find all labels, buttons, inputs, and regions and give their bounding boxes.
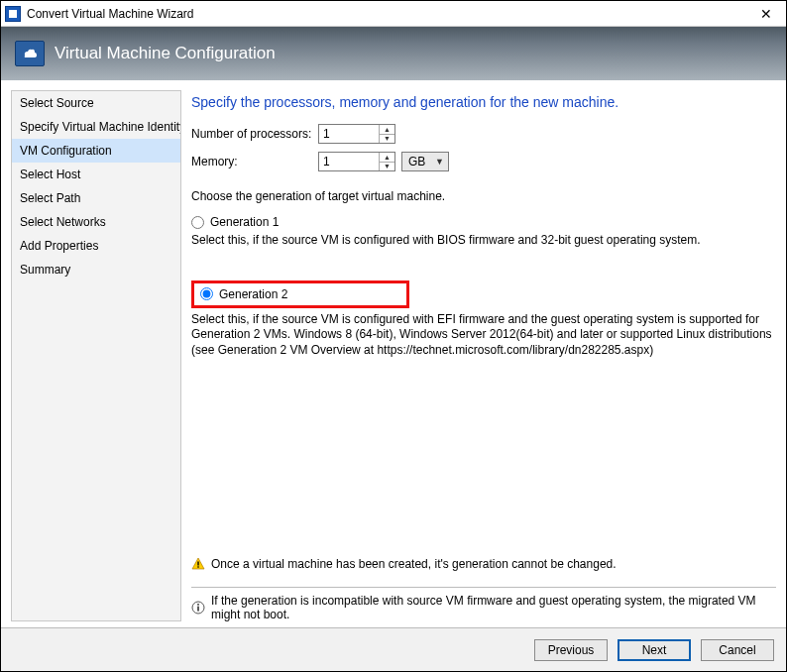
generation-intro: Choose the generation of target virtual … bbox=[191, 189, 776, 203]
generation1-description: Select this, if the source VM is configu… bbox=[191, 233, 776, 249]
sidebar-item-select-host[interactable]: Select Host bbox=[12, 163, 180, 186]
close-icon[interactable]: ✕ bbox=[750, 7, 782, 21]
spinner-down-icon[interactable]: ▼ bbox=[380, 135, 394, 144]
sidebar-item-select-source[interactable]: Select Source bbox=[12, 91, 180, 115]
generation2-radio[interactable] bbox=[200, 287, 213, 300]
svg-rect-4 bbox=[197, 604, 199, 606]
processors-stepper[interactable]: ▲ ▼ bbox=[318, 124, 395, 144]
warning-row: Once a virtual machine has been created,… bbox=[191, 557, 776, 571]
window-title: Convert Virtual Machine Wizard bbox=[27, 7, 750, 21]
main-panel: Specify the processors, memory and gener… bbox=[191, 90, 776, 621]
banner-icon bbox=[15, 41, 45, 66]
memory-spinner[interactable]: ▲ ▼ bbox=[379, 153, 394, 170]
titlebar: Convert Virtual Machine Wizard ✕ bbox=[1, 1, 786, 27]
app-icon bbox=[5, 6, 21, 22]
svg-rect-5 bbox=[197, 607, 199, 612]
sidebar-item-select-networks[interactable]: Select Networks bbox=[12, 210, 180, 234]
generation1-radio-row[interactable]: Generation 1 bbox=[191, 215, 776, 229]
spinner-down-icon[interactable]: ▼ bbox=[380, 163, 394, 171]
processors-spinner[interactable]: ▲ ▼ bbox=[379, 125, 394, 143]
sidebar-item-vm-configuration[interactable]: VM Configuration bbox=[12, 139, 180, 163]
info-row: If the generation is incompatible with s… bbox=[191, 594, 776, 621]
sidebar-item-summary[interactable]: Summary bbox=[12, 258, 180, 281]
sidebar-item-add-properties[interactable]: Add Properties bbox=[12, 234, 180, 258]
generation2-label: Generation 2 bbox=[219, 287, 287, 301]
processors-input[interactable] bbox=[319, 126, 379, 142]
page-heading: Specify the processors, memory and gener… bbox=[191, 94, 776, 110]
banner: Virtual Machine Configuration bbox=[1, 27, 786, 80]
banner-title: Virtual Machine Configuration bbox=[55, 44, 276, 63]
svg-rect-2 bbox=[197, 566, 198, 567]
previous-button[interactable]: Previous bbox=[534, 639, 608, 661]
generation2-highlight: Generation 2 bbox=[191, 280, 409, 308]
cancel-button[interactable]: Cancel bbox=[701, 639, 774, 661]
divider bbox=[191, 587, 776, 588]
generation2-description: Select this, if the source VM is configu… bbox=[191, 312, 776, 359]
wizard-window: Convert Virtual Machine Wizard ✕ Virtual… bbox=[0, 0, 787, 672]
processors-label: Number of processors: bbox=[191, 127, 318, 141]
memory-stepper[interactable]: ▲ ▼ bbox=[318, 152, 395, 171]
memory-input[interactable] bbox=[319, 154, 379, 169]
spinner-up-icon[interactable]: ▲ bbox=[380, 153, 394, 163]
memory-label: Memory: bbox=[191, 155, 318, 168]
chevron-down-icon: ▼ bbox=[435, 157, 444, 167]
generation1-radio[interactable] bbox=[191, 216, 204, 229]
processors-row: Number of processors: ▲ ▼ bbox=[191, 124, 776, 144]
svg-rect-0 bbox=[9, 10, 17, 18]
footer: Previous Next Cancel bbox=[1, 627, 786, 671]
body: Select Source Specify Virtual Machine Id… bbox=[1, 80, 786, 627]
next-button[interactable]: Next bbox=[618, 639, 691, 661]
sidebar-item-select-path[interactable]: Select Path bbox=[12, 186, 180, 210]
sidebar-item-specify-identity[interactable]: Specify Virtual Machine Identity bbox=[12, 115, 180, 139]
memory-row: Memory: ▲ ▼ GB ▼ bbox=[191, 152, 776, 171]
generation1-label: Generation 1 bbox=[210, 215, 279, 229]
warning-text: Once a virtual machine has been created,… bbox=[211, 557, 617, 571]
info-text: If the generation is incompatible with s… bbox=[211, 594, 776, 621]
wizard-sidebar: Select Source Specify Virtual Machine Id… bbox=[11, 90, 181, 621]
memory-unit-value: GB bbox=[408, 155, 425, 168]
warning-icon bbox=[191, 557, 205, 571]
svg-rect-1 bbox=[197, 562, 198, 566]
spinner-up-icon[interactable]: ▲ bbox=[380, 125, 394, 135]
info-icon bbox=[191, 601, 205, 615]
memory-unit-select[interactable]: GB ▼ bbox=[401, 152, 449, 171]
